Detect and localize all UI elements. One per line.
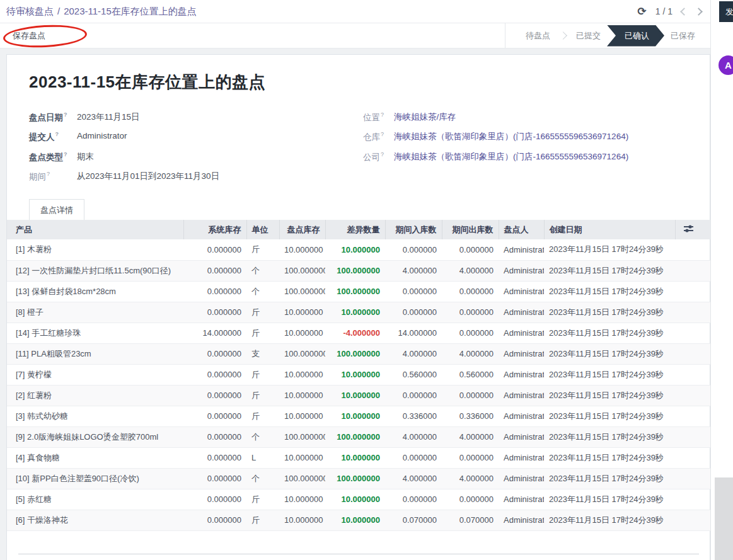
cell-unit: 支 bbox=[246, 343, 279, 364]
cell-blank bbox=[675, 468, 711, 489]
breadcrumb-parent-link[interactable]: 待审核盘点 bbox=[6, 6, 54, 16]
cell-period-out: 0.000000 bbox=[442, 385, 499, 406]
count-lines-table: 产品 系统库存 单位 盘点库存 差异数量 期间入库数 期间出库数 盘点人 创建日… bbox=[7, 220, 711, 531]
cell-product: [13] 保鲜自封袋18cm*28cm bbox=[7, 281, 183, 302]
col-unit[interactable]: 单位 bbox=[246, 220, 279, 239]
cell-counted-qty: 100.000000 bbox=[279, 260, 325, 281]
table-row[interactable]: [8] 橙子 0.000000 斤 10.000000 10.000000 0.… bbox=[7, 302, 711, 323]
cell-period-out: 4.000000 bbox=[442, 260, 499, 281]
col-counter[interactable]: 盘点人 bbox=[499, 220, 544, 239]
cell-unit: 斤 bbox=[246, 364, 279, 385]
pager-next-icon[interactable] bbox=[695, 8, 703, 16]
table-row[interactable]: [5] 赤红糖 0.000000 斤 10.000000 10.000000 0… bbox=[7, 489, 711, 510]
table-row[interactable]: [9] 2.0版海峡姐妹LOGO烫金塑胶700ml 0.000000 个 100… bbox=[7, 426, 711, 447]
statusbar-chevron-icon bbox=[559, 31, 567, 40]
cell-diff-qty: 10.000000 bbox=[325, 406, 385, 426]
cell-system-qty: 0.000000 bbox=[183, 510, 246, 530]
cell-unit: 斤 bbox=[246, 385, 279, 406]
help-icon: ? bbox=[64, 151, 67, 157]
cell-unit: 斤 bbox=[246, 323, 279, 343]
col-counted-qty[interactable]: 盘点库存 bbox=[279, 220, 325, 239]
cell-created: 2023年11月15日 17时24分39秒 bbox=[544, 385, 675, 406]
send-message-button[interactable]: 发 bbox=[719, 1, 733, 22]
cell-created: 2023年11月15日 17时24分39秒 bbox=[544, 510, 675, 530]
cell-unit: 个 bbox=[246, 468, 279, 489]
pager-counter[interactable]: 1 / 1 bbox=[655, 6, 672, 16]
status-step-pending[interactable]: 待盘点 bbox=[517, 25, 559, 47]
cell-counted-qty: 10.000000 bbox=[279, 302, 325, 323]
col-period-out[interactable]: 期间出库数 bbox=[442, 220, 499, 239]
cell-period-out: 4.000000 bbox=[442, 468, 499, 489]
warehouse-link[interactable]: 海峡姐妹茶（歌笛湖印象里店）(门店-1665555596536971264) bbox=[394, 131, 628, 142]
cell-diff-qty: 10.000000 bbox=[325, 239, 385, 260]
cell-period-in: 0.000000 bbox=[385, 447, 442, 468]
cell-product: [1] 木薯粉 bbox=[7, 239, 183, 260]
cell-product: [10] 新PP白色注塑盖90口径(冷饮) bbox=[7, 468, 183, 489]
table-row[interactable]: [10] 新PP白色注塑盖90口径(冷饮) 0.000000 个 100.000… bbox=[7, 468, 711, 489]
cell-blank bbox=[675, 281, 711, 302]
table-header-row: 产品 系统库存 单位 盘点库存 差异数量 期间入库数 期间出库数 盘点人 创建日… bbox=[7, 220, 711, 239]
cell-period-in: 14.000000 bbox=[385, 323, 442, 343]
cell-system-qty: 0.000000 bbox=[183, 364, 246, 385]
scrollbar-track[interactable] bbox=[715, 477, 733, 560]
cell-period-in: 0.336000 bbox=[385, 406, 442, 426]
cell-system-qty: 0.000000 bbox=[183, 260, 246, 281]
cell-product: [9] 2.0版海峡姐妹LOGO烫金塑胶700ml bbox=[7, 426, 183, 447]
cell-counted-qty: 100.000000 bbox=[279, 281, 325, 302]
status-step-confirmed[interactable]: 已确认 bbox=[607, 25, 664, 47]
cell-counter: Administrator bbox=[499, 302, 544, 323]
table-row[interactable]: [1] 木薯粉 0.000000 斤 10.000000 10.000000 0… bbox=[7, 239, 711, 260]
location-link[interactable]: 海峡姐妹茶/库存 bbox=[394, 111, 456, 123]
table-row[interactable]: [6] 干燥洛神花 0.000000 斤 10.000000 10.000000… bbox=[7, 510, 711, 530]
cell-period-out: 0.070000 bbox=[442, 510, 499, 530]
col-system-qty[interactable]: 系统库存 bbox=[183, 220, 246, 239]
field-column-left: 盘点日期? 2023年11月15日 提交人? Administrator 盘点类… bbox=[29, 107, 363, 186]
col-product[interactable]: 产品 bbox=[7, 220, 183, 239]
inventory-count-page: 待审核盘点/2023-11-15在库存位置上的盘点 ⟳ 1 / 1 保存盘点 待… bbox=[0, 0, 733, 560]
cell-counted-qty: 10.000000 bbox=[279, 385, 325, 406]
col-period-in[interactable]: 期间入库数 bbox=[385, 220, 442, 239]
table-row[interactable]: [14] 手工红糖珍珠 14.000000 斤 10.000000 -4.000… bbox=[7, 323, 711, 343]
table-row[interactable]: [4] 真食物糖 0.000000 L 10.000000 10.000000 … bbox=[7, 447, 711, 468]
cell-period-out: 0.000000 bbox=[442, 447, 499, 468]
status-step-submitted[interactable]: 已提交 bbox=[567, 25, 609, 47]
table-row[interactable]: [3] 韩式幼砂糖 0.000000 斤 10.000000 10.000000… bbox=[7, 406, 711, 426]
cell-blank bbox=[675, 489, 711, 510]
field-value: 2023年11月15日 bbox=[77, 111, 140, 123]
note-divider bbox=[18, 554, 699, 554]
cell-diff-qty: -4.000000 bbox=[325, 323, 385, 343]
optional-columns-button[interactable] bbox=[675, 220, 711, 239]
field-company: 公司? 海峡姐妹茶（歌笛湖印象里店）(门店-166555559653697126… bbox=[363, 147, 628, 167]
cell-counter: Administrator bbox=[499, 281, 544, 302]
status-step-saved[interactable]: 已保存 bbox=[662, 25, 704, 47]
cell-diff-qty: 10.000000 bbox=[325, 447, 385, 468]
cell-diff-qty: 100.000000 bbox=[325, 281, 385, 302]
field-count-date: 盘点日期? 2023年11月15日 bbox=[29, 107, 363, 127]
table-row[interactable]: [7] 黄柠檬 0.000000 斤 10.000000 10.000000 0… bbox=[7, 364, 711, 385]
field-value: 从2023年11月01日到2023年11月30日 bbox=[77, 171, 219, 182]
cell-unit: 个 bbox=[246, 260, 279, 281]
cell-counted-qty: 10.000000 bbox=[279, 239, 325, 260]
save-count-button[interactable]: 保存盘点 bbox=[6, 26, 52, 45]
table-row[interactable]: [11] PLA粗吸管23cm 0.000000 支 100.000000 10… bbox=[7, 343, 711, 364]
col-created[interactable]: 创建日期 bbox=[544, 220, 675, 239]
field-label: 仓库? bbox=[363, 131, 394, 143]
pager-previous-icon[interactable] bbox=[680, 8, 688, 16]
table-row[interactable]: [2] 红薯粉 0.000000 斤 10.000000 10.000000 0… bbox=[7, 385, 711, 406]
user-avatar[interactable]: A bbox=[719, 55, 733, 75]
cell-created: 2023年11月15日 17时24分39秒 bbox=[544, 323, 675, 343]
refresh-icon[interactable]: ⟳ bbox=[638, 6, 647, 17]
cell-system-qty: 0.000000 bbox=[183, 239, 246, 260]
field-submitter: 提交人? Administrator bbox=[29, 127, 363, 147]
table-row[interactable]: [12] 一次性防漏垫片封口纸11.5cm(90口径) 0.000000 个 1… bbox=[7, 260, 711, 281]
content-area: 2023-11-15在库存位置上的盘点 盘点日期? 2023年11月15日 提交… bbox=[0, 49, 710, 560]
col-diff-qty[interactable]: 差异数量 bbox=[325, 220, 385, 239]
cell-period-out: 0.560000 bbox=[442, 364, 499, 385]
company-link[interactable]: 海峡姐妹茶（歌笛湖印象里店）(门店-1665555596536971264) bbox=[394, 151, 628, 163]
tab-count-details[interactable]: 盘点详情 bbox=[29, 199, 84, 220]
table-row[interactable]: [13] 保鲜自封袋18cm*28cm 0.000000 个 100.00000… bbox=[7, 281, 711, 302]
cell-system-qty: 0.000000 bbox=[183, 343, 246, 364]
cell-created: 2023年11月15日 17时24分39秒 bbox=[544, 302, 675, 323]
cell-counter: Administrator bbox=[499, 385, 544, 406]
cell-diff-qty: 100.000000 bbox=[325, 426, 385, 447]
